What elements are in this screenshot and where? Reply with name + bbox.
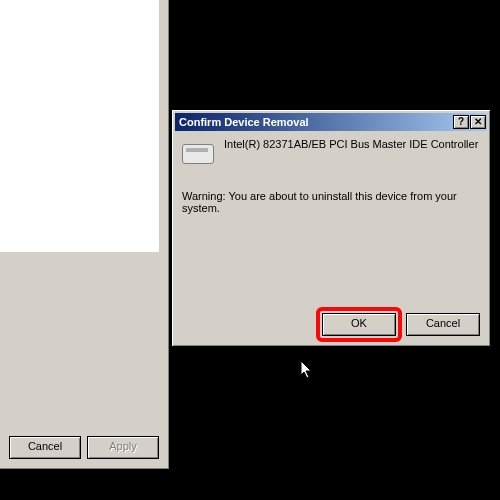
help-icon: ? xyxy=(458,117,464,127)
dialog-header-row: Intel(R) 82371AB/EB PCI Bus Master IDE C… xyxy=(182,138,480,168)
apply-button: Apply xyxy=(87,436,159,459)
controller-icon xyxy=(182,140,214,168)
device-name-label: Intel(R) 82371AB/EB PCI Bus Master IDE C… xyxy=(224,138,478,151)
close-icon: ✕ xyxy=(474,117,482,127)
help-button[interactable]: ? xyxy=(453,115,469,129)
titlebar[interactable]: Confirm Device Removal ? ✕ xyxy=(175,113,487,131)
confirm-dialog: Confirm Device Removal ? ✕ Intel(R) 8237… xyxy=(171,109,491,347)
dialog-button-row: OK Cancel xyxy=(322,313,480,336)
dialog-body: Intel(R) 82371AB/EB PCI Bus Master IDE C… xyxy=(182,138,480,336)
svg-marker-0 xyxy=(301,361,311,378)
ok-button[interactable]: OK xyxy=(322,313,396,336)
close-button[interactable]: ✕ xyxy=(470,115,486,129)
parent-button-row: Cancel Apply xyxy=(9,436,159,459)
titlebar-buttons: ? ✕ xyxy=(453,115,486,129)
device-tree[interactable]: + IDE Controller xyxy=(0,0,161,254)
ok-highlight: OK xyxy=(316,307,402,342)
parent-window: + IDE Controller Hardware Profiles Cance… xyxy=(0,0,170,470)
cancel-button[interactable]: Cancel xyxy=(9,436,81,459)
dialog-title: Confirm Device Removal xyxy=(179,116,309,128)
parent-client: + IDE Controller Hardware Profiles xyxy=(0,0,161,401)
warning-text: Warning: You are about to uninstall this… xyxy=(182,190,480,214)
cursor-icon xyxy=(301,361,315,381)
cancel-button[interactable]: Cancel xyxy=(406,313,480,336)
